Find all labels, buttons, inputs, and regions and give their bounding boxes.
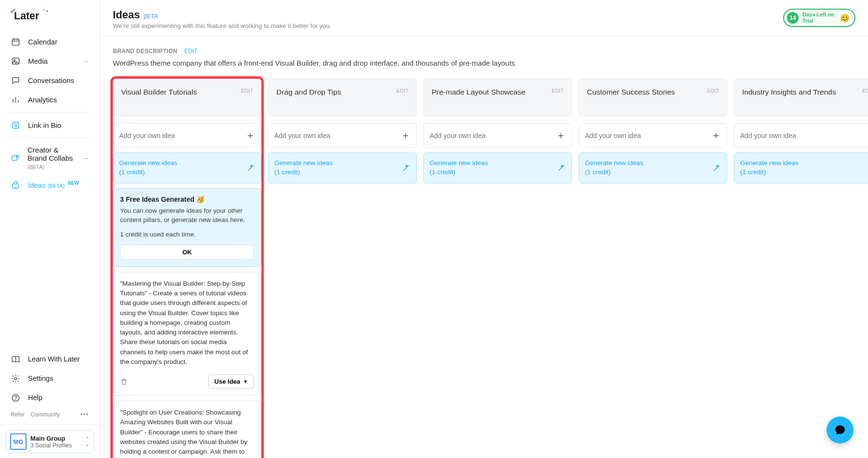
arrow-right-icon: → — [82, 154, 89, 162]
nav-calendar[interactable]: Calendar — [0, 32, 100, 51]
column-success: Customer Success Stories EDIT ＋ Generate… — [579, 79, 727, 458]
svg-point-15 — [14, 124, 17, 126]
svg-point-22 — [15, 399, 16, 400]
generate-ideas-button[interactable]: Generate new ideas(1 credit) — [268, 153, 417, 183]
column-insights: Industry Insights and Trends EDIT ＋ Gene… — [734, 79, 868, 458]
add-idea-field[interactable] — [119, 132, 235, 139]
plus-icon[interactable]: ＋ — [556, 129, 566, 142]
column-edit[interactable]: EDIT — [396, 88, 408, 94]
column-edit[interactable]: EDIT — [552, 88, 564, 94]
page-subtitle: We're still experimenting with this feat… — [113, 22, 331, 29]
nav-label: Media — [28, 57, 48, 65]
nav-label: Calendar — [28, 38, 57, 46]
linkinbio-icon — [11, 120, 20, 130]
nav-learn[interactable]: Learn With Later — [0, 349, 100, 369]
chevron-updown-icon: ⌃⌄ — [85, 436, 90, 447]
nav-media[interactable]: Media → — [0, 51, 100, 70]
nav-label: Analytics — [28, 96, 57, 104]
nav-label: Link in Bio — [28, 121, 61, 129]
more-icon[interactable]: ••• — [80, 411, 89, 418]
chat-icon — [11, 75, 20, 85]
refer-link[interactable]: Refer — [11, 411, 25, 418]
nav-help[interactable]: Help — [0, 388, 100, 407]
generate-ideas-button[interactable]: Generate new ideas(1 credit) — [423, 153, 572, 183]
idea-card: "Mastering the Visual Builder: Step-by-S… — [113, 272, 261, 396]
svg-rect-2 — [43, 9, 45, 11]
add-idea-field[interactable] — [274, 132, 390, 139]
nav-label: Creator & Brand Collabs (BETA) — [27, 146, 74, 170]
add-idea-input[interactable]: ＋ — [113, 123, 261, 148]
column-header: Industry Insights and Trends EDIT — [734, 79, 868, 116]
tip-note: 1 credit is used each time. — [120, 231, 254, 238]
column-edit[interactable]: EDIT — [241, 88, 253, 94]
add-idea-input[interactable]: ＋ — [734, 123, 868, 148]
add-idea-input[interactable]: ＋ — [423, 123, 572, 148]
brand-desc-edit[interactable]: EDIT — [184, 48, 197, 55]
trial-pill[interactable]: 14 Days Left on Trial 😊 — [783, 9, 855, 27]
brand-logo[interactable]: Later — [0, 9, 100, 32]
add-idea-field[interactable] — [430, 132, 545, 139]
chat-fab[interactable] — [827, 416, 854, 444]
profile-selector[interactable]: MG Main Group 3 Social Profiles ⌃⌄ — [6, 430, 94, 453]
tip-ok-button[interactable]: OK — [120, 245, 254, 260]
page-title: Ideas — [113, 9, 140, 21]
avatar: MG — [10, 433, 27, 450]
plus-icon[interactable]: ＋ — [401, 129, 410, 142]
svg-point-17 — [16, 155, 19, 158]
column-edit[interactable]: EDIT — [707, 88, 719, 94]
trash-icon[interactable] — [120, 378, 128, 386]
column-header: Drag and Drop Tips EDIT — [268, 79, 417, 116]
profile-name: Main Group — [30, 435, 72, 442]
main: Ideas βETA We're still experimenting wit… — [100, 0, 868, 458]
nav-bottom: Learn With Later Settings Help Refer Com… — [0, 349, 100, 453]
column-edit[interactable]: EDIT — [862, 88, 868, 94]
svg-rect-5 — [12, 39, 19, 45]
generate-ideas-button[interactable]: Generate new ideas(1 credit) — [734, 153, 868, 183]
add-idea-field[interactable] — [585, 132, 701, 139]
chart-icon — [11, 95, 20, 104]
beta-tag: βETA — [144, 13, 158, 20]
svg-point-20 — [14, 377, 17, 380]
tip-body: You can now generate ideas for your othe… — [120, 206, 254, 225]
collab-icon — [11, 153, 20, 163]
plus-icon[interactable]: ＋ — [245, 129, 255, 142]
column-premade: Pre-made Layout Showcase EDIT ＋ Generate… — [423, 79, 572, 458]
wand-icon — [402, 164, 410, 172]
trial-label: Days Left on Trial — [802, 12, 836, 24]
nav-conversations[interactable]: Conversations — [0, 70, 100, 90]
svg-rect-3 — [46, 10, 48, 12]
svg-rect-14 — [13, 122, 19, 128]
add-idea-input[interactable]: ＋ — [579, 123, 727, 148]
column-drag-drop: Drag and Drop Tips EDIT ＋ Generate new i… — [268, 79, 417, 458]
caret-down-icon: ▼ — [243, 379, 248, 384]
nav-label: Conversations — [28, 76, 74, 84]
brand-desc-text: WordPress theme company that offers a fr… — [113, 59, 855, 67]
brand-desc-label: BRAND DESCRIPTION — [113, 48, 177, 55]
svg-point-10 — [14, 59, 15, 61]
nav-label: Help — [28, 394, 42, 402]
arrow-right-icon: → — [82, 57, 89, 65]
community-link[interactable]: Community — [30, 411, 60, 418]
nav-label: Ideas (BETA) NEW — [28, 180, 79, 189]
plus-icon[interactable]: ＋ — [711, 129, 721, 142]
add-idea-input[interactable]: ＋ — [268, 123, 417, 148]
column-header: Pre-made Layout Showcase EDIT — [423, 79, 572, 116]
ideas-icon — [11, 180, 20, 190]
nav-collabs[interactable]: Creator & Brand Collabs (BETA) → — [0, 141, 100, 175]
nav-linkinbio[interactable]: Link in Bio — [0, 115, 100, 135]
nav-ideas[interactable]: Ideas (BETA) NEW — [0, 175, 100, 194]
tip-title: 3 Free Ideas Generated 🥳 — [120, 195, 254, 203]
svg-text:Later: Later — [14, 10, 39, 22]
add-idea-field[interactable] — [740, 132, 856, 139]
generate-ideas-button[interactable]: Generate new ideas(1 credit) — [579, 153, 727, 183]
columns: Visual Builder Tutorials EDIT ＋ Generate… — [113, 79, 855, 458]
use-idea-button[interactable]: Use Idea▼ — [208, 375, 254, 389]
profile-sub: 3 Social Profiles — [30, 442, 72, 449]
column-visual-builder: Visual Builder Tutorials EDIT ＋ Generate… — [113, 79, 261, 458]
topbar: Ideas βETA We're still experimenting wit… — [100, 0, 868, 37]
nav-settings[interactable]: Settings — [0, 369, 100, 388]
wand-icon — [246, 164, 255, 172]
generate-ideas-button[interactable]: Generate new ideas(1 credit) — [113, 153, 261, 183]
nav-analytics[interactable]: Analytics — [0, 90, 100, 109]
column-title: Pre-made Layout Showcase — [432, 88, 526, 97]
